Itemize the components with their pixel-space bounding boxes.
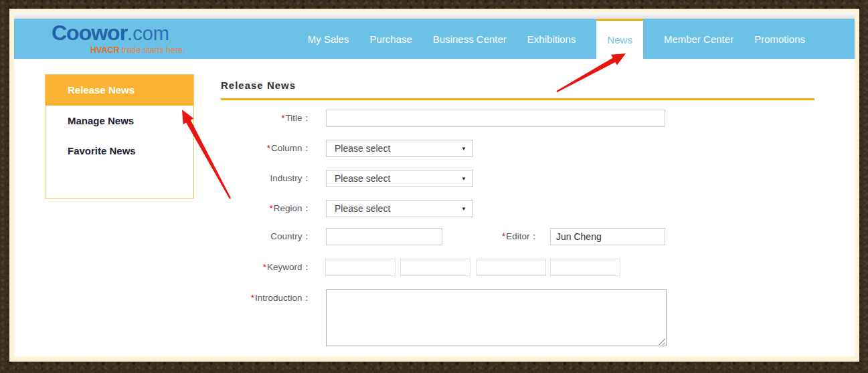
region-label: *Region： bbox=[197, 200, 311, 217]
brand-tagline: HVACR trade starts here. bbox=[90, 45, 185, 55]
column-select[interactable]: Please select ▼ bbox=[326, 140, 473, 157]
nav-item-purchase[interactable]: Purchase bbox=[369, 33, 412, 45]
industry-select[interactable]: Please select ▼ bbox=[326, 170, 473, 187]
region-select[interactable]: Please select ▼ bbox=[326, 200, 473, 217]
tab-news-active[interactable]: News bbox=[596, 19, 643, 59]
nav-item-exhibitions[interactable]: Exhibitions bbox=[527, 33, 576, 45]
required-asterisk: * bbox=[251, 293, 254, 303]
brand-tagline-rest: trade starts here. bbox=[120, 45, 185, 55]
column-select-value: Please select bbox=[335, 143, 390, 154]
column-label-text: Column： bbox=[271, 143, 311, 153]
country-label-text: Country： bbox=[270, 231, 311, 241]
brand-tagline-bold: HVACR bbox=[90, 45, 120, 55]
editor-label: *Editor： bbox=[425, 228, 539, 245]
required-asterisk: * bbox=[281, 113, 284, 123]
required-asterisk: * bbox=[263, 262, 266, 272]
brand-logo[interactable]: Coowor.com HVACR trade starts here. bbox=[52, 21, 212, 57]
keyword-input-3[interactable] bbox=[476, 259, 546, 276]
nav-item-business-center[interactable]: Business Center bbox=[433, 33, 507, 45]
required-asterisk: * bbox=[269, 203, 272, 213]
app-header: Coowor.com HVACR trade starts here. My S… bbox=[14, 19, 855, 59]
nav-item-member-center[interactable]: Member Center bbox=[664, 33, 733, 45]
sidebar-item-release-news[interactable]: Release News bbox=[46, 75, 193, 106]
industry-label-text: Industry： bbox=[270, 173, 311, 183]
main-nav: My Sales Purchase Business Center Exhibi… bbox=[308, 19, 855, 59]
brand-suffix: .com bbox=[127, 23, 169, 44]
sidebar-item-manage-news[interactable]: Manage News bbox=[46, 106, 193, 136]
heading-divider bbox=[221, 98, 814, 100]
brand-text: Coowor.com bbox=[52, 21, 169, 45]
news-sidebar: Release News Manage News Favorite News bbox=[45, 74, 194, 199]
region-select-value: Please select bbox=[335, 203, 390, 214]
keyword-input-1[interactable] bbox=[325, 259, 396, 276]
industry-select-value: Please select bbox=[335, 173, 390, 184]
title-label: *Title： bbox=[197, 110, 311, 127]
page-content: Coowor.com HVACR trade starts here. My S… bbox=[14, 13, 855, 356]
required-asterisk: * bbox=[502, 231, 505, 241]
introduction-label-text: Introduction： bbox=[255, 293, 311, 303]
country-label: Country： bbox=[197, 228, 311, 245]
nav-item-my-sales[interactable]: My Sales bbox=[308, 33, 349, 45]
page-frame: Coowor.com HVACR trade starts here. My S… bbox=[9, 9, 859, 362]
keyword-label: *Keyword： bbox=[197, 259, 311, 276]
column-label: *Column： bbox=[197, 140, 311, 157]
page-title: Release News bbox=[221, 80, 296, 91]
title-input[interactable] bbox=[326, 110, 665, 127]
brand-main: Coowor bbox=[52, 21, 127, 45]
introduction-label: *Introduction： bbox=[197, 289, 311, 307]
nav-item-promotions[interactable]: Promotions bbox=[754, 33, 805, 45]
top-strip bbox=[14, 13, 855, 19]
editor-label-text: Editor： bbox=[506, 231, 539, 241]
keyword-input-4[interactable] bbox=[550, 259, 620, 276]
required-asterisk: * bbox=[267, 143, 270, 153]
chevron-down-icon: ▼ bbox=[461, 207, 466, 212]
industry-label: Industry： bbox=[197, 170, 311, 187]
editor-input[interactable] bbox=[550, 228, 665, 245]
sidebar-item-favorite-news[interactable]: Favorite News bbox=[46, 136, 193, 166]
chevron-down-icon: ▼ bbox=[461, 176, 466, 182]
region-label-text: Region： bbox=[274, 203, 311, 213]
introduction-textarea[interactable] bbox=[326, 289, 667, 346]
title-label-text: Title： bbox=[285, 113, 311, 123]
keyword-input-2[interactable] bbox=[400, 259, 470, 276]
keyword-label-text: Keyword： bbox=[267, 262, 311, 272]
chevron-down-icon: ▼ bbox=[461, 146, 466, 152]
